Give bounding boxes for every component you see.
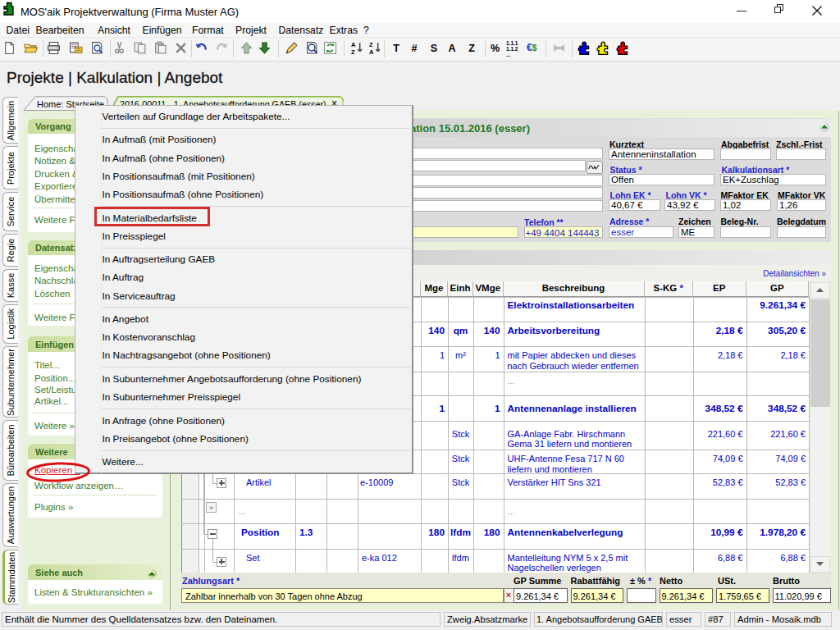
svg-text:Z: Z	[351, 48, 355, 55]
svg-text:A: A	[369, 48, 374, 55]
